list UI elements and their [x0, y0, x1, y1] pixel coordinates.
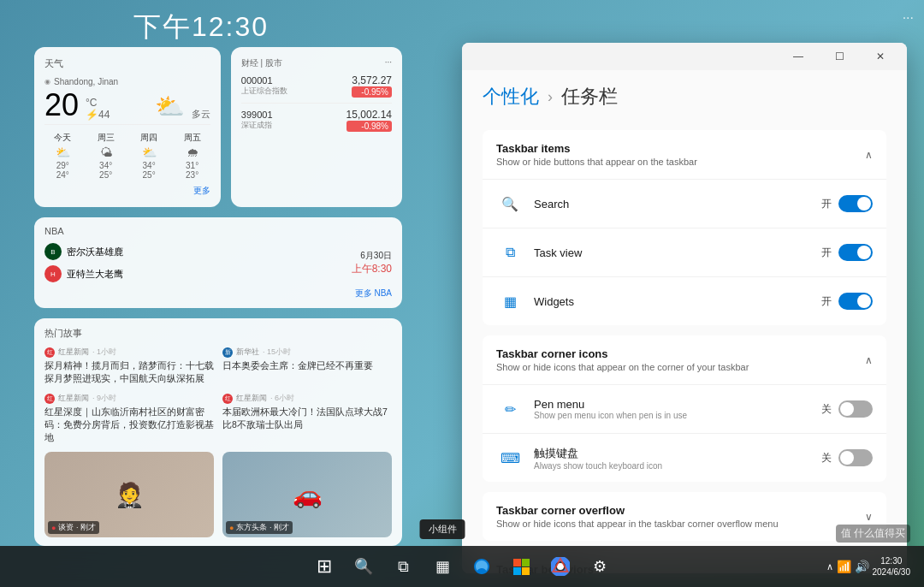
widgets-toggle-knob — [857, 294, 871, 308]
section-taskbar-items-chevron: ∧ — [865, 149, 873, 161]
svg-rect-3 — [522, 567, 530, 575]
taskbar-search-button[interactable]: 🔍 — [346, 549, 381, 584]
touch-keyboard-toggle-knob — [840, 451, 854, 465]
taskbar-edge-button[interactable] — [465, 549, 499, 584]
taskbar-widgets-button[interactable]: ▦ 小组件 — [425, 549, 459, 584]
news-item-3[interactable]: 红 红星新闻 · 9小时 红星深度｜山东临沂南村社区的财富密码：免费分房背后，投… — [44, 393, 214, 443]
more-options-button[interactable]: ··· — [903, 10, 914, 26]
source-dot-1: 红 — [44, 347, 55, 358]
widgets-toggle[interactable] — [838, 293, 873, 310]
forecast-thu: 周四 ⛅ 34° 25° — [131, 132, 167, 180]
section-corner-icons: Taskbar corner icons Show or hide icons … — [483, 335, 886, 482]
settings-item-touch-keyboard: ⌨ 触摸键盘 Always show touch keyboard icon 关 — [483, 433, 886, 482]
weather-humidity: ⚡44 — [86, 109, 110, 121]
news-img-badge-1: ● 谈资 · 刚才 — [48, 521, 99, 534]
close-button[interactable]: ✕ — [861, 43, 900, 70]
finance-row-2: 399001 深证成指 15,002.14 -0.98% — [241, 109, 392, 132]
section-taskbar-items: Taskbar items Show or hide buttons that … — [483, 130, 886, 325]
news-image-1[interactable]: 🤵 ● 谈资 · 刚才 — [44, 452, 214, 537]
forecast-wed: 周三 🌤 34° 25° — [87, 132, 123, 180]
hawks-logo: H — [44, 265, 62, 282]
news-widget[interactable]: 热门故事 红 红星新闻 · 1小时 探月精神！揽月而归，踏梦而行：十七载探月梦照… — [34, 318, 402, 546]
nba-widget[interactable]: NBA B 密尔沃基雄鹿 H 亚特兰大老鹰 6月30日 上午8:30 — [34, 217, 402, 308]
nba-team-hawks: H 亚特兰大老鹰 — [44, 265, 123, 282]
settings-titlebar: — ☐ ✕ — [462, 43, 907, 70]
breadcrumb-parent[interactable]: 个性化 — [483, 84, 539, 110]
search-label: Search — [534, 198, 821, 210]
widgets-tooltip: 小组件 — [420, 519, 465, 539]
news-img-badge-2: ● 东方头条 · 刚才 — [226, 521, 293, 534]
forecast-today: 今天 ⛅ 29° 24° — [44, 132, 80, 180]
news-item-2[interactable]: 新 新华社 · 15小时 日本奥委会主席：金牌已经不再重要 — [222, 347, 392, 384]
task-view-toggle[interactable] — [838, 244, 873, 261]
weather-forecast: 今天 ⛅ 29° 24° 周三 🌤 34° 25° 周四 ⛅ 34° — [44, 124, 210, 180]
news-grid: 红 红星新闻 · 1小时 探月精神！揽月而归，踏梦而行：十七载探月梦照进现实，中… — [44, 347, 392, 443]
taskbar-start-button[interactable]: ⊞ — [307, 549, 341, 584]
pen-menu-label: Pen menu — [534, 398, 821, 411]
weather-main: 20 °C ⚡44 ⛅ 多云 — [44, 90, 210, 121]
finance-header: 财经 | 股市 ··· — [241, 57, 392, 69]
taskbar-network-icon[interactable]: 📶 — [837, 560, 851, 573]
section-corner-icons-header[interactable]: Taskbar corner icons Show or hide icons … — [483, 335, 886, 384]
source-dot-2: 新 — [222, 347, 233, 358]
section-corner-overflow-header[interactable]: Taskbar corner overflow Show or hide ico… — [483, 492, 886, 541]
pen-menu-sublabel: Show pen menu icon when pen is in use — [534, 411, 821, 420]
taskbar-settings-button[interactable]: ⚙ — [583, 549, 617, 584]
settings-item-task-view: ⧉ Task view 开 — [483, 228, 886, 276]
news-source-1: 红 红星新闻 · 1小时 — [44, 347, 214, 358]
desktop: ··· 下午12:30 天气 Shandong, Jinan 20 °C ⚡44… — [0, 0, 924, 587]
finance-widget[interactable]: 财经 | 股市 ··· 000001 上证综合指数 3,572.27 -0.95… — [231, 47, 402, 207]
pen-menu-toggle[interactable] — [838, 400, 873, 418]
section-taskbar-items-header[interactable]: Taskbar items Show or hide buttons that … — [483, 130, 886, 179]
taskbar-taskview-button[interactable]: ⧉ — [386, 549, 420, 584]
news-item-4[interactable]: 红 红星新闻 · 6小时 本届欧洲杯最大冷门！法国队点球大战7比8不敌瑞士队出局 — [222, 393, 392, 443]
weather-more[interactable]: 更多 — [44, 185, 210, 197]
task-view-label: Task view — [534, 246, 821, 259]
taskbar-photos-button[interactable] — [504, 549, 538, 584]
news-item-1[interactable]: 红 红星新闻 · 1小时 探月精神！揽月而归，踏梦而行：十七载探月梦照进现实，中… — [44, 347, 214, 384]
pen-menu-icon: ✏ — [496, 395, 524, 423]
news-source-4: 红 红星新闻 · 6小时 — [222, 393, 392, 404]
weather-temp: 20 — [44, 90, 79, 121]
search-toggle-knob — [857, 197, 871, 210]
settings-item-pen-menu: ✏ Pen menu Show pen menu icon when pen i… — [483, 384, 886, 433]
news-images: 🤵 ● 谈资 · 刚才 🚗 ● 东方头条 · 刚才 — [44, 452, 392, 537]
settings-item-search: 🔍 Search 开 — [483, 179, 886, 228]
breadcrumb-separator: › — [548, 88, 553, 106]
minimize-button[interactable]: — — [779, 43, 818, 70]
task-view-status: 开 — [821, 246, 832, 260]
taskbar-chrome-button[interactable] — [543, 549, 578, 584]
widgets-area: 天气 Shandong, Jinan 20 °C ⚡44 ⛅ 多云 今天 ⛅ — [34, 47, 402, 556]
nba-header: NBA — [44, 226, 392, 236]
weather-desc: 多云 — [192, 108, 210, 121]
news-image-2[interactable]: 🚗 ● 东方头条 · 刚才 — [222, 452, 392, 537]
news-source-2: 新 新华社 · 15小时 — [222, 347, 392, 358]
maximize-button[interactable]: ☐ — [820, 43, 859, 70]
clock-widget: 下午12:30 — [0, 9, 402, 46]
taskbar-system-tray: ∧ — [826, 561, 833, 572]
touch-keyboard-toggle[interactable] — [838, 449, 873, 466]
taskbar: ⊞ 🔍 ⧉ ▦ 小组件 — [0, 546, 924, 587]
finance-row-1: 000001 上证综合指数 3,572.27 -0.95% — [241, 74, 392, 98]
touch-keyboard-icon: ⌨ — [496, 444, 524, 471]
nba-time: 6月30日 上午8:30 — [352, 250, 392, 276]
settings-item-widgets: ▦ Widgets 开 — [483, 276, 886, 325]
search-toggle[interactable] — [838, 195, 873, 212]
watermark: 值 什么值得买 — [836, 525, 910, 543]
weather-widget[interactable]: 天气 Shandong, Jinan 20 °C ⚡44 ⛅ 多云 今天 ⛅ — [34, 47, 221, 207]
source-dot-4: 红 — [222, 394, 233, 404]
finance-more-dots[interactable]: ··· — [385, 57, 392, 69]
nba-teams: B 密尔沃基雄鹿 H 亚特兰大老鹰 — [44, 243, 123, 282]
taskbar-clock[interactable]: 12:30 2024/6/30 — [873, 555, 911, 578]
section-corner-overflow: Taskbar corner overflow Show or hide ico… — [483, 492, 886, 541]
weather-unit: °C ⚡44 — [86, 97, 110, 121]
forecast-fri: 周五 🌧 31° 23° — [174, 132, 210, 180]
section-corner-overflow-chevron: ∨ — [865, 511, 873, 523]
weather-icon: ⛅ — [155, 92, 185, 121]
widgets-status: 开 — [821, 294, 832, 309]
search-icon: 🔍 — [496, 190, 524, 217]
nba-more[interactable]: 更多 NBA — [44, 288, 392, 299]
taskbar-volume-icon[interactable]: 🔊 — [855, 560, 869, 573]
bucks-logo: B — [44, 243, 62, 260]
touch-keyboard-status: 关 — [821, 451, 832, 465]
